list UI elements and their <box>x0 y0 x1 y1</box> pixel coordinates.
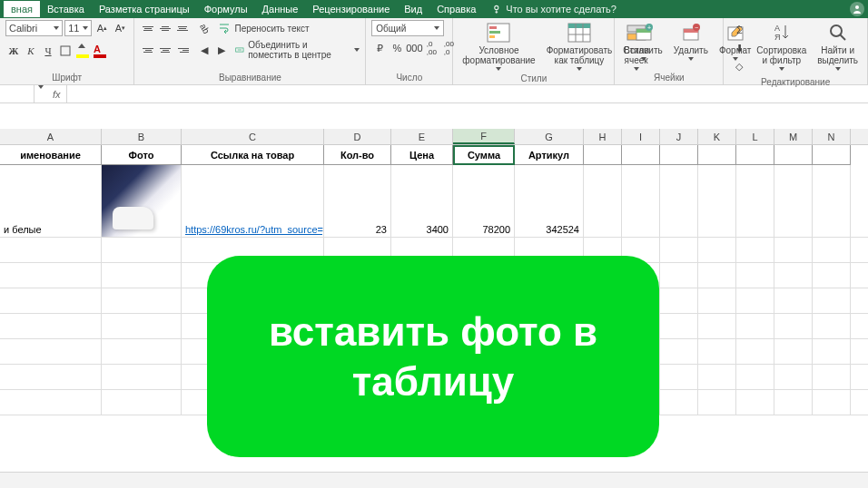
orientation-icon[interactable]: ab <box>196 20 212 36</box>
bold-button[interactable]: Ж <box>5 43 22 59</box>
column-headers: A B C D E F G H I J K L M N <box>0 129 868 145</box>
ribbon: Calibri 11 A▴ A▾ Ж К Ч A Шрифт <box>0 18 868 85</box>
conditional-format-button[interactable]: Условное форматирование <box>459 20 538 73</box>
group-label-styles: Стили <box>459 73 608 84</box>
hdr-sku[interactable]: Артикул <box>515 145 584 165</box>
col-header-K[interactable]: K <box>698 129 736 144</box>
svg-rect-5 <box>489 26 497 29</box>
tab-layout[interactable]: Разметка страницы <box>92 1 197 17</box>
formula-bar: fx <box>0 85 868 103</box>
svg-rect-7 <box>489 35 495 38</box>
tab-insert[interactable]: Вставка <box>40 1 92 17</box>
col-header-F[interactable]: F <box>453 129 515 144</box>
svg-rect-9 <box>568 24 590 28</box>
number-format-select[interactable]: Общий <box>371 20 444 36</box>
percent-icon[interactable]: % <box>389 40 405 56</box>
svg-text:+: + <box>646 24 650 31</box>
tell-me-search[interactable]: Что вы хотите сделать? <box>492 4 616 15</box>
col-header-M[interactable]: M <box>774 129 813 144</box>
cell-link[interactable]: https://69kros.ru/?utm_source=yande <box>182 165 324 237</box>
col-header-A[interactable]: A <box>0 129 102 144</box>
svg-text:A: A <box>774 24 780 33</box>
tab-review[interactable]: Рецензирование <box>305 1 397 17</box>
indent-inc-icon[interactable]: ▶ <box>213 42 230 58</box>
group-label-align: Выравнивание <box>140 72 360 83</box>
fx-button[interactable]: fx <box>47 85 67 102</box>
group-label-number: Число <box>371 72 447 83</box>
underline-button[interactable]: Ч <box>40 43 56 59</box>
cell-qty[interactable]: 23 <box>324 165 391 237</box>
hdr-sum[interactable]: Сумма <box>453 145 515 165</box>
align-center-icon[interactable] <box>157 42 173 58</box>
align-right-icon[interactable] <box>174 42 191 58</box>
delete-cells-button[interactable]: − Удалить <box>670 20 712 63</box>
italic-button[interactable]: К <box>23 43 39 59</box>
svg-text:Я: Я <box>774 33 781 42</box>
svg-rect-6 <box>489 31 500 34</box>
autosum-icon[interactable]: Σ <box>731 22 747 38</box>
sort-filter-button[interactable]: AЯ Сортировка и фильтр <box>753 20 810 73</box>
hdr-link[interactable]: Ссылка на товар <box>182 145 324 165</box>
col-header-B[interactable]: B <box>102 129 182 144</box>
group-label-cells: Ячейки <box>620 72 717 83</box>
hdr-qty[interactable]: Кол-во <box>324 145 391 165</box>
cell-price[interactable]: 3400 <box>391 165 453 237</box>
col-header-E[interactable]: E <box>391 129 453 144</box>
format-as-table-button[interactable]: Форматировать как таблицу <box>543 20 616 73</box>
overlay-caption: вставить фото в таблицу <box>207 256 659 457</box>
wrap-text-button[interactable]: Переносить текст <box>218 22 309 34</box>
grow-font-icon[interactable]: A▴ <box>94 20 110 36</box>
hdr-name[interactable]: именование <box>0 145 102 165</box>
hdr-price[interactable]: Цена <box>391 145 453 165</box>
indent-dec-icon[interactable]: ◀ <box>196 42 212 58</box>
col-header-L[interactable]: L <box>736 129 774 144</box>
col-header-H[interactable]: H <box>584 129 622 144</box>
fill-color-button[interactable] <box>74 43 91 59</box>
font-color-button[interactable]: A <box>92 43 108 59</box>
tell-me-label: Что вы хотите сделать? <box>506 4 616 15</box>
group-label-edit: Редактирование <box>729 76 862 88</box>
cell-sum[interactable]: 78200 <box>453 165 515 237</box>
hdr-photo[interactable]: Фото <box>102 145 182 165</box>
col-header-C[interactable]: C <box>182 129 324 144</box>
status-bar <box>0 472 868 488</box>
align-left-icon[interactable] <box>140 42 156 58</box>
menu-tabs: вная Вставка Разметка страницы Формулы Д… <box>0 0 868 18</box>
currency-icon[interactable]: ₽ <box>371 40 388 56</box>
insert-cells-button[interactable]: + Вставить <box>620 20 666 63</box>
col-header-G[interactable]: G <box>515 129 584 144</box>
border-button[interactable] <box>57 43 74 59</box>
align-top-icon[interactable] <box>140 20 156 36</box>
col-header-I[interactable]: I <box>622 129 660 144</box>
svg-point-1 <box>855 5 859 9</box>
shrink-font-icon[interactable]: A▾ <box>112 20 128 36</box>
comma-icon[interactable]: 000 <box>406 40 422 56</box>
clear-icon[interactable]: ◇ <box>731 58 747 74</box>
svg-text:−: − <box>695 24 698 31</box>
cell-name[interactable]: и белые <box>0 165 102 237</box>
merge-center-button[interactable]: Объединить и поместить в центре <box>235 40 360 60</box>
fill-icon[interactable]: ⬇ <box>731 40 747 56</box>
tab-home[interactable]: вная <box>4 1 40 17</box>
tab-view[interactable]: Вид <box>397 1 429 17</box>
inc-decimal-icon[interactable]: ,0,00 <box>423 40 439 56</box>
col-header-N[interactable]: N <box>813 129 851 144</box>
svg-rect-2 <box>61 46 70 55</box>
font-name-select[interactable]: Calibri <box>5 20 63 36</box>
group-label-font: Шрифт <box>5 72 128 83</box>
cell-photo[interactable] <box>102 165 182 237</box>
tab-data[interactable]: Данные <box>255 1 306 17</box>
product-image <box>102 165 181 237</box>
name-box[interactable] <box>0 85 35 102</box>
align-bottom-icon[interactable] <box>174 20 191 36</box>
user-avatar[interactable] <box>850 2 864 16</box>
col-header-J[interactable]: J <box>660 129 698 144</box>
font-size-select[interactable]: 11 <box>64 20 92 36</box>
tab-formulas[interactable]: Формулы <box>197 1 255 17</box>
col-header-D[interactable]: D <box>324 129 391 144</box>
svg-point-0 <box>495 5 498 9</box>
find-select-button[interactable]: Найти и выделить <box>814 20 862 73</box>
align-middle-icon[interactable] <box>157 20 173 36</box>
cell-sku[interactable]: 342524 <box>515 165 584 237</box>
tab-help[interactable]: Справка <box>429 1 483 17</box>
